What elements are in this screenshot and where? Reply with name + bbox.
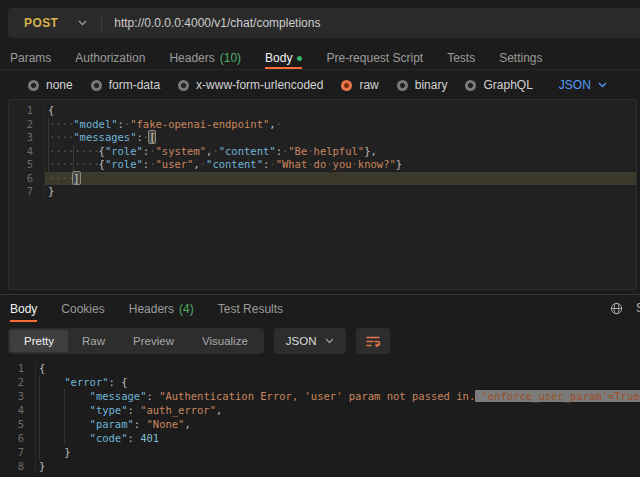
tab-label: Body [265, 51, 292, 65]
body-language-label: JSON [559, 78, 591, 92]
line-number: 7 [9, 185, 45, 199]
line-number: 6 [0, 431, 36, 445]
radio-icon [397, 80, 408, 91]
view-pretty-button[interactable]: Pretty [10, 330, 68, 352]
body-type-graphql[interactable]: GraphQL [465, 78, 532, 92]
code-text: } [45, 185, 636, 199]
code-text: ········{"role":·"user",·"content":·"Wha… [45, 158, 636, 172]
code-line: 3····"messages":·[ [9, 131, 636, 145]
globe-button[interactable] [610, 302, 623, 315]
body-type-none[interactable]: none [28, 78, 73, 92]
response-toolbar: PrettyRawPreviewVisualize JSON [8, 328, 390, 354]
radio-icon [465, 80, 476, 91]
tab-test-results[interactable]: Test Results [218, 295, 283, 322]
tab-body[interactable]: Body [265, 46, 302, 69]
line-number: 4 [0, 403, 36, 417]
code-line: 7 } [0, 445, 640, 459]
view-visualize-button[interactable]: Visualize [188, 330, 262, 352]
selected-text: 'enforce_user_param'=True" [475, 390, 640, 402]
line-number: 3 [0, 389, 36, 403]
chevron-down-icon [325, 338, 334, 344]
option-label: raw [359, 78, 378, 92]
code-text: ····"messages":·[ [45, 131, 636, 145]
radio-icon [28, 80, 39, 91]
tab-authorization[interactable]: Authorization [75, 46, 145, 69]
code-text: "message": "Authentication Error, 'user'… [36, 389, 640, 403]
option-label: x-www-form-urlencoded [196, 78, 323, 92]
body-type-bar: noneform-datax-www-form-urlencodedrawbin… [28, 72, 640, 98]
response-body-editor[interactable]: 1{2 "error": {3 "message": "Authenticati… [0, 356, 640, 477]
line-number: 6 [9, 172, 45, 186]
request-tabs: ParamsAuthorizationHeaders(10)BodyPre-re… [0, 46, 640, 70]
code-line: 6····] [9, 172, 636, 186]
method-label: POST [24, 16, 58, 30]
line-number: 1 [0, 361, 36, 375]
tab-label: Headers [169, 51, 214, 65]
body-type-options: noneform-datax-www-form-urlencodedrawbin… [28, 78, 533, 92]
method-selector[interactable]: POST [8, 8, 101, 38]
code-text: ····"model":·"fake-openai-endpoint",· [45, 118, 636, 132]
code-text: "type": "auth_error", [36, 403, 640, 417]
code-line: 2 "error": { [0, 375, 640, 389]
request-url-bar: POST [8, 8, 640, 38]
tab-params[interactable]: Params [10, 46, 51, 69]
tab-headers[interactable]: Headers(4) [129, 295, 194, 322]
code-line: 7} [9, 185, 636, 199]
code-text: "code": 401 [36, 431, 640, 445]
option-label: binary [415, 78, 448, 92]
response-view-switcher: PrettyRawPreviewVisualize [8, 328, 264, 354]
option-label: form-data [109, 78, 160, 92]
option-label: none [46, 78, 73, 92]
body-language-select[interactable]: JSON [559, 78, 607, 92]
view-preview-button[interactable]: Preview [119, 330, 188, 352]
tab-cookies[interactable]: Cookies [61, 295, 104, 322]
view-raw-button[interactable]: Raw [68, 330, 119, 352]
line-number: 5 [9, 158, 45, 172]
code-text: { [45, 104, 636, 118]
code-line: 3 "message": "Authentication Error, 'use… [0, 389, 640, 403]
code-text: ········{"role":·"system",·"content":·"B… [45, 145, 636, 159]
unsaved-dot-icon [297, 56, 302, 61]
code-line: 4 "type": "auth_error", [0, 403, 640, 417]
code-line: 8} [0, 459, 640, 473]
status-text-clipped: S [636, 301, 640, 315]
url-input[interactable] [102, 16, 640, 30]
tab-label: Test Results [218, 302, 283, 316]
globe-icon [610, 302, 623, 315]
response-tabs: BodyCookiesHeaders(4)Test Results [0, 294, 640, 322]
line-number: 2 [9, 118, 45, 132]
tab-settings[interactable]: Settings [499, 46, 542, 69]
tab-label: Tests [447, 51, 475, 65]
code-line: 5 "param": "None", [0, 417, 640, 431]
request-body-editor[interactable]: 1{2····"model":·"fake-openai-endpoint",·… [8, 99, 637, 290]
tab-headers[interactable]: Headers(10) [169, 46, 241, 69]
tab-label: Headers [129, 302, 174, 316]
body-type-raw[interactable]: raw [341, 78, 378, 92]
tab-pre-request-script[interactable]: Pre-request Script [326, 46, 423, 69]
code-line: 1{ [9, 104, 636, 118]
code-text: "param": "None", [36, 417, 640, 431]
body-type-binary[interactable]: binary [397, 78, 448, 92]
wrap-text-icon [365, 335, 381, 348]
line-number: 8 [0, 459, 36, 473]
tab-label: Authorization [75, 51, 145, 65]
wrap-text-button[interactable] [356, 328, 390, 354]
tab-body[interactable]: Body [10, 295, 37, 322]
line-number: 4 [9, 145, 45, 159]
line-number: 3 [9, 131, 45, 145]
body-type-x-www-form-urlencoded[interactable]: x-www-form-urlencoded [178, 78, 323, 92]
chevron-down-icon [78, 20, 87, 26]
radio-icon [341, 80, 352, 91]
tab-label: Settings [499, 51, 542, 65]
code-line: 1{ [0, 361, 640, 375]
code-text: ····] [45, 172, 636, 186]
line-number: 7 [0, 445, 36, 459]
code-text: "error": { [36, 375, 640, 389]
response-format-select[interactable]: JSON [274, 328, 347, 354]
body-type-form-data[interactable]: form-data [91, 78, 160, 92]
code-text: { [36, 361, 640, 375]
option-label: GraphQL [483, 78, 532, 92]
tab-tests[interactable]: Tests [447, 46, 475, 69]
code-line: 6 "code": 401 [0, 431, 640, 445]
tab-label: Params [10, 51, 51, 65]
